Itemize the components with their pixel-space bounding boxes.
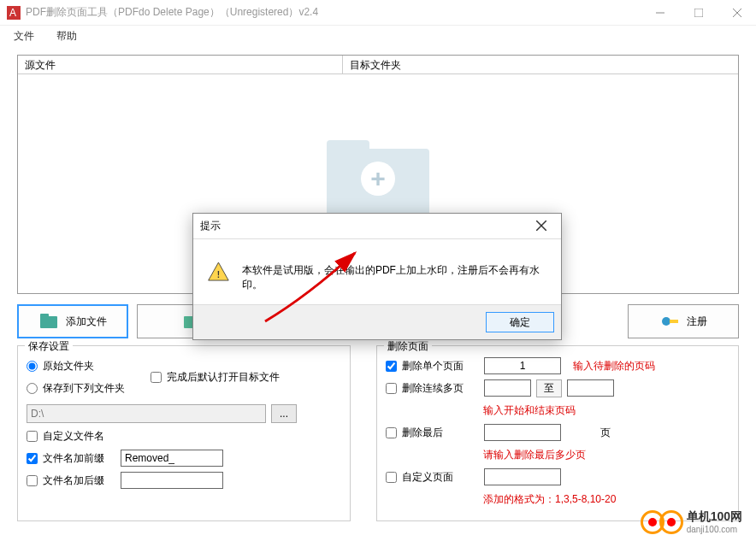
hint-last: 请输入删除最后多少页 xyxy=(483,448,586,462)
chk-suffix[interactable] xyxy=(27,475,38,486)
svg-rect-7 xyxy=(40,314,49,318)
add-file-label: 添加文件 xyxy=(66,315,107,329)
watermark-logo: 单机100网 danji100.com xyxy=(641,509,742,534)
menu-file[interactable]: 文件 xyxy=(10,27,38,45)
custom-pages-input[interactable] xyxy=(484,468,561,485)
add-file-button[interactable]: 添加文件 xyxy=(17,304,128,338)
save-legend: 保存设置 xyxy=(25,339,73,354)
menubar: 文件 帮助 xyxy=(0,26,756,46)
maximize-button[interactable] xyxy=(679,0,718,26)
chk-delete-custom[interactable] xyxy=(386,472,397,483)
window-title: PDF删除页面工具（PDFdo Delete Page）（Unregistere… xyxy=(26,5,641,20)
label-open-after: 完成后默认打开目标文件 xyxy=(167,370,280,385)
app-icon: A xyxy=(7,6,21,20)
logo-icon-2 xyxy=(659,510,683,534)
col-source[interactable]: 源文件 xyxy=(18,56,343,74)
label-custom-folder: 保存到下列文件夹 xyxy=(43,381,125,396)
range-start-input[interactable] xyxy=(484,379,531,397)
label-to: 至 xyxy=(536,379,562,397)
titlebar: A PDF删除页面工具（PDFdo Delete Page）（Unregiste… xyxy=(0,0,756,26)
label-page-unit: 页 xyxy=(600,426,611,440)
dialog-ok-button[interactable]: 确定 xyxy=(486,312,554,332)
add-file-icon xyxy=(38,311,59,332)
suffix-input[interactable] xyxy=(121,472,223,489)
hint-single: 输入待删除的页码 xyxy=(573,359,655,373)
path-input xyxy=(27,404,266,423)
svg-rect-11 xyxy=(670,320,678,323)
label-original-folder: 原始文件夹 xyxy=(43,359,94,373)
chk-delete-last[interactable] xyxy=(386,427,397,438)
file-list-header: 源文件 目标文件夹 xyxy=(18,56,738,74)
svg-rect-3 xyxy=(694,9,703,17)
close-icon xyxy=(733,9,741,17)
minimize-button[interactable] xyxy=(641,0,679,26)
label-custom-name: 自定义文件名 xyxy=(43,429,104,444)
radio-custom-folder[interactable] xyxy=(27,383,38,394)
label-delete-range: 删除连续多页 xyxy=(402,381,479,396)
label-prefix: 文件名加前缀 xyxy=(43,451,115,466)
svg-text:A: A xyxy=(9,7,16,19)
label-suffix: 文件名加后缀 xyxy=(43,473,115,488)
register-button[interactable]: 注册 xyxy=(628,304,739,338)
hint-range: 输入开始和结束页码 xyxy=(483,403,576,418)
svg-text:!: ! xyxy=(217,270,220,279)
label-delete-single: 删除单个页面 xyxy=(402,359,479,373)
folder-plus-icon: + xyxy=(327,132,429,217)
minimize-icon xyxy=(656,9,664,17)
single-page-input[interactable] xyxy=(484,357,561,374)
warning-icon: ! xyxy=(207,260,230,284)
close-icon xyxy=(536,221,546,231)
radio-original-folder[interactable] xyxy=(27,361,38,372)
browse-button[interactable]: ... xyxy=(271,404,297,423)
watermark-sub: danji100.com xyxy=(687,525,742,534)
label-delete-last: 删除最后 xyxy=(402,426,479,440)
last-pages-input[interactable] xyxy=(484,424,561,441)
watermark-main: 单机100网 xyxy=(687,509,742,525)
delete-pages-group: 删除页面 删除单个页面 输入待删除的页码 删除连续多页 至 输入开始和结束页码 … xyxy=(376,345,739,521)
save-settings-group: 保存设置 原始文件夹 保存到下列文件夹 完成后默认打开目标文件 xyxy=(17,345,351,521)
dialog-close-button[interactable] xyxy=(529,219,554,234)
prefix-input[interactable] xyxy=(121,450,223,467)
alert-dialog: 提示 ! 本软件是试用版，会在输出的PDF上加上水印，注册后不会再有水印。 确定 xyxy=(192,213,562,340)
chk-prefix[interactable] xyxy=(27,453,38,464)
menu-help[interactable]: 帮助 xyxy=(53,27,80,45)
register-label: 注册 xyxy=(687,315,707,329)
col-target[interactable]: 目标文件夹 xyxy=(343,56,738,74)
dialog-titlebar: 提示 xyxy=(193,214,561,239)
close-button[interactable] xyxy=(718,0,756,26)
svg-rect-6 xyxy=(40,316,57,328)
chk-delete-range[interactable] xyxy=(386,383,397,394)
svg-point-10 xyxy=(662,317,670,326)
hint-custom: 添加的格式为：1,3,5-8,10-20 xyxy=(483,492,616,507)
chk-open-after[interactable] xyxy=(151,372,162,383)
chk-delete-single[interactable] xyxy=(386,361,397,372)
dialog-title: 提示 xyxy=(200,219,529,233)
delete-legend: 删除页面 xyxy=(384,339,432,354)
maximize-icon xyxy=(694,9,703,17)
key-icon xyxy=(659,311,680,332)
dialog-message: 本软件是试用版，会在输出的PDF上加上水印，注册后不会再有水印。 xyxy=(242,260,547,292)
range-end-input[interactable] xyxy=(567,379,614,397)
chk-custom-name[interactable] xyxy=(27,431,38,442)
label-delete-custom: 自定义页面 xyxy=(402,470,479,485)
